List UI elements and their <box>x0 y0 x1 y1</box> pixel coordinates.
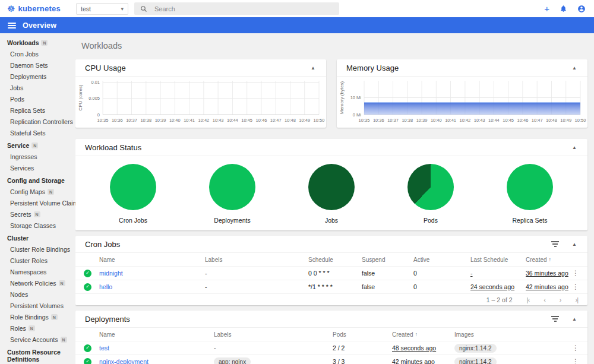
sidebar-item-deployments[interactable]: Deployments <box>0 71 75 83</box>
sidebar-item-label: Cluster Roles <box>10 257 48 264</box>
svg-text:10:38: 10:38 <box>140 118 151 123</box>
cron-job-suspend: false <box>362 270 413 277</box>
sidebar-item-daemon-sets[interactable]: Daemon Sets <box>0 60 75 71</box>
sidebar-item-cluster-role-bindings[interactable]: Cluster Role Bindings <box>0 244 75 255</box>
sidebar-section-service[interactable]: ServiceN <box>0 139 75 151</box>
collapse-card-icon[interactable]: ▲ <box>309 64 317 72</box>
sidebar-item-ingresses[interactable]: Ingresses <box>0 151 75 163</box>
memory-usage-title: Memory Usage <box>346 64 571 72</box>
column-header-name[interactable]: Name <box>99 331 214 338</box>
memory-usage-chart: 10:3510:3610:3710:3810:3910:4010:4110:42… <box>337 77 587 126</box>
sidebar-item-roles[interactable]: RolesN <box>0 323 75 334</box>
sidebar-item-replication-controllers[interactable]: Replication Controllers <box>0 116 75 128</box>
column-header-suspend[interactable]: Suspend <box>362 257 413 263</box>
sidebar-item-jobs[interactable]: Jobs <box>0 83 75 94</box>
next-page-icon[interactable]: › <box>560 296 561 303</box>
menu-hamburger-icon[interactable] <box>8 21 16 30</box>
deployment-labels: - <box>214 344 333 352</box>
filter-icon[interactable] <box>551 315 559 324</box>
cron-job-name-link[interactable]: midnight <box>99 270 123 277</box>
sidebar-item-secrets[interactable]: SecretsN <box>0 209 75 220</box>
search-box[interactable] <box>134 2 339 15</box>
svg-text:10:36: 10:36 <box>112 118 123 123</box>
sidebar-item-role-bindings[interactable]: Role BindingsN <box>0 312 75 323</box>
sidebar-section-workloads[interactable]: WorkloadsN <box>0 36 75 49</box>
cron-job-schedule: 0 0 * * * <box>308 270 362 277</box>
column-header-created[interactable]: Created↑ <box>392 331 454 338</box>
sidebar-item-replica-sets[interactable]: Replica Sets <box>0 105 75 116</box>
sidebar-item-persistent-volume-claims[interactable]: Persistent Volume ClaimsN <box>0 198 75 209</box>
sidebar-item-namespaces[interactable]: Namespaces <box>0 267 75 278</box>
collapse-card-icon[interactable]: ▲ <box>571 315 578 323</box>
workload-pie-replica-sets: Replica Sets <box>488 164 571 224</box>
sidebar-section-cluster[interactable]: Cluster <box>0 232 75 244</box>
namespace-selector[interactable]: test ▾ <box>76 3 128 15</box>
create-resource-button[interactable]: + <box>544 4 549 13</box>
column-header-labels[interactable]: Labels <box>205 257 308 263</box>
sidebar-item-pods[interactable]: Pods <box>0 94 75 105</box>
collapse-card-icon[interactable]: ▲ <box>571 64 578 72</box>
last-page-icon[interactable]: ›| <box>575 296 578 303</box>
sidebar-item-label: Cron Jobs <box>10 50 39 58</box>
kubernetes-logo[interactable]: ☸ kubernetes <box>7 4 68 13</box>
cron-job-labels: - <box>205 270 308 277</box>
user-account-icon[interactable] <box>577 5 586 13</box>
sidebar-item-label: Role Bindings <box>10 314 49 321</box>
collapse-card-icon[interactable]: ▲ <box>571 144 578 151</box>
sidebar-section-custom-resource-definitions[interactable]: Custom Resource Definitions <box>0 346 75 364</box>
cpu-usage-chart: 10:3510:3610:3710:3810:3910:4010:4110:42… <box>75 77 326 126</box>
svg-text:0: 0 <box>97 112 100 118</box>
pie-chart <box>209 164 255 210</box>
sidebar-item-nodes[interactable]: Nodes <box>0 289 75 300</box>
notifications-bell-icon[interactable] <box>560 5 567 12</box>
pie-chart <box>507 164 553 210</box>
main-content: Workloads CPU Usage ▲ 10:3510:3610:3710:… <box>75 33 594 364</box>
row-actions-kebab-icon[interactable]: ⋮ <box>572 344 579 352</box>
column-header-active[interactable]: Active <box>413 257 470 263</box>
sidebar-nav: WorkloadsNCron JobsDaemon SetsDeployment… <box>0 33 75 364</box>
previous-page-icon[interactable]: ‹ <box>544 296 545 303</box>
column-header-schedule[interactable]: Schedule <box>308 257 362 263</box>
sidebar-item-services[interactable]: Services <box>0 163 75 174</box>
column-header-name[interactable]: Name <box>99 257 205 263</box>
sidebar-item-config-maps[interactable]: Config MapsN <box>0 186 75 198</box>
sidebar-item-label: Replication Controllers <box>10 118 73 125</box>
row-actions-kebab-icon[interactable]: ⋮ <box>572 269 579 277</box>
collapse-card-icon[interactable]: ▲ <box>571 240 578 248</box>
deployments-card: Deployments ▲ Name Labels Pods Created↑ … <box>75 311 587 364</box>
column-header-images[interactable]: Images <box>454 331 572 338</box>
pie-chart <box>308 164 355 210</box>
sidebar-item-network-policies[interactable]: Network PoliciesN <box>0 278 75 289</box>
deployment-image-chip: nginx:1.14.2 <box>454 357 497 364</box>
first-page-icon[interactable]: |‹ <box>527 296 530 303</box>
cron-job-last-schedule: 24 seconds ago <box>470 283 526 290</box>
deployment-name-link[interactable]: nginx-deployment <box>99 358 148 364</box>
namespaced-badge: N <box>31 143 38 148</box>
filter-icon[interactable] <box>551 240 559 249</box>
sidebar-item-persistent-volumes[interactable]: Persistent Volumes <box>0 300 75 312</box>
sidebar-item-service-accounts[interactable]: Service AccountsN <box>0 334 75 346</box>
page-breadcrumb-title: Overview <box>23 21 56 30</box>
sort-asc-icon: ↑ <box>415 331 418 337</box>
column-header-created[interactable]: Created↑ <box>526 257 572 263</box>
sidebar-section-config-and-storage[interactable]: Config and Storage <box>0 174 75 186</box>
row-actions-kebab-icon[interactable]: ⋮ <box>572 357 579 364</box>
column-header-last-schedule[interactable]: Last Schedule <box>470 257 526 263</box>
deployment-name-link[interactable]: test <box>99 344 109 352</box>
row-actions-kebab-icon[interactable]: ⋮ <box>572 283 579 291</box>
column-header-pods[interactable]: Pods <box>333 331 392 338</box>
svg-text:10:44: 10:44 <box>227 118 238 123</box>
sidebar-item-storage-classes[interactable]: Storage Classes <box>0 220 75 232</box>
column-header-labels[interactable]: Labels <box>214 331 333 338</box>
svg-text:10:49: 10:49 <box>560 118 571 123</box>
sidebar-section-label: Workloads <box>7 39 39 46</box>
search-input[interactable] <box>154 5 333 12</box>
cron-job-name-link[interactable]: hello <box>99 283 112 290</box>
sidebar-item-stateful-sets[interactable]: Stateful Sets <box>0 128 75 139</box>
namespaced-badge: N <box>59 280 65 286</box>
pie-chart-label: Pods <box>424 217 438 224</box>
sidebar-item-cluster-roles[interactable]: Cluster Roles <box>0 255 75 267</box>
sidebar-item-label: Persistent Volumes <box>10 302 64 309</box>
svg-text:10:48: 10:48 <box>546 118 557 123</box>
sidebar-item-cron-jobs[interactable]: Cron Jobs <box>0 49 75 60</box>
